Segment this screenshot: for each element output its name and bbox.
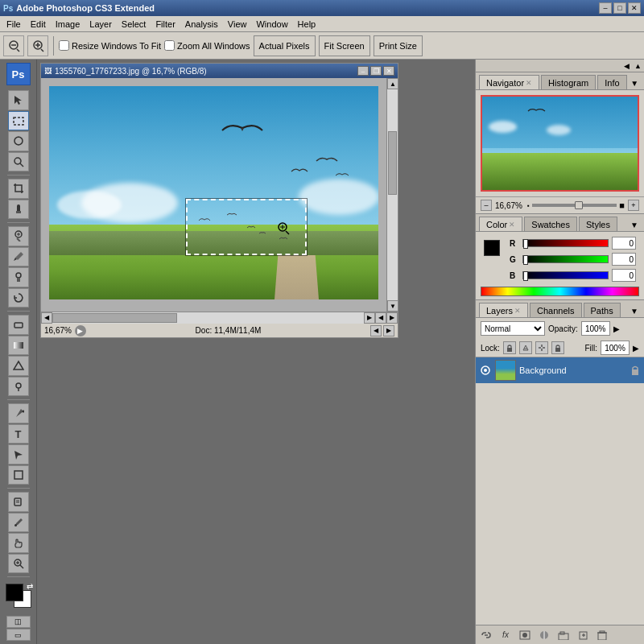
tab-histogram[interactable]: Histogram: [541, 75, 596, 89]
layer-fx-button[interactable]: fx: [498, 629, 513, 642]
brush-tool-button[interactable]: [8, 247, 29, 267]
lock-all-button[interactable]: [551, 341, 564, 354]
g-slider-thumb[interactable]: [523, 255, 528, 265]
close-button[interactable]: ✕: [628, 2, 641, 14]
menu-help[interactable]: Help: [293, 17, 321, 31]
doc-minimize-button[interactable]: –: [357, 66, 369, 76]
panel-collapse-button[interactable]: ◀: [621, 62, 632, 70]
tab-color[interactable]: Color ✕: [479, 217, 522, 231]
zoom-out-button[interactable]: [3, 35, 24, 56]
layer-visibility-button[interactable]: [479, 364, 492, 377]
fill-arrow[interactable]: ▶: [633, 344, 639, 353]
menu-file[interactable]: File: [2, 17, 26, 31]
zoom-out-nav-button[interactable]: –: [481, 200, 492, 211]
marquee-tool-button[interactable]: [8, 111, 29, 131]
foreground-color-box[interactable]: [6, 584, 23, 601]
menu-view[interactable]: View: [223, 17, 252, 31]
scroll-left-button[interactable]: ◀: [41, 312, 52, 324]
prev-doc-button[interactable]: ◀: [375, 312, 386, 324]
path-selection-button[interactable]: [8, 444, 29, 464]
menu-edit[interactable]: Edit: [26, 17, 51, 31]
status-icon[interactable]: ▶: [75, 325, 86, 336]
menu-select[interactable]: Select: [117, 17, 151, 31]
gradient-button[interactable]: [8, 336, 29, 356]
pen-tool-button[interactable]: [8, 403, 29, 423]
layers-close-tab[interactable]: ✕: [514, 307, 521, 315]
tab-info[interactable]: Info: [597, 75, 626, 89]
eraser-button[interactable]: [8, 315, 29, 335]
zoom-in-nav-button[interactable]: +: [628, 200, 639, 211]
move-tool-button[interactable]: [8, 90, 29, 110]
layer-item-background[interactable]: Background: [476, 357, 644, 383]
next-doc-button[interactable]: ▶: [386, 312, 398, 324]
layer-adjustment-button[interactable]: [537, 629, 551, 642]
ps-logo-button[interactable]: Ps: [6, 63, 31, 85]
r-slider-thumb[interactable]: [523, 239, 528, 249]
maximize-button[interactable]: □: [613, 2, 626, 14]
crop-tool-button[interactable]: [8, 179, 29, 199]
canvas-vertical-scrollbar[interactable]: ▲ ▼: [386, 78, 398, 312]
b-value[interactable]: 0: [612, 269, 636, 282]
r-value[interactable]: 0: [612, 237, 636, 250]
shape-tool-button[interactable]: [8, 465, 29, 485]
quick-mask-button[interactable]: ◫: [6, 616, 31, 628]
notes-tool-button[interactable]: [8, 492, 29, 512]
tab-layers[interactable]: Layers ✕: [479, 303, 528, 317]
lock-position-button[interactable]: [535, 341, 548, 354]
canvas-horizontal-scrollbar[interactable]: ◀ ▶ ◀ ▶: [41, 312, 398, 323]
g-slider[interactable]: [522, 255, 609, 263]
opacity-value[interactable]: 100%: [581, 321, 610, 336]
scroll-thumb-v[interactable]: [388, 131, 397, 195]
new-layer-button[interactable]: [576, 629, 590, 642]
eyedropper-button[interactable]: [8, 200, 29, 220]
status-controls[interactable]: ◀ ▶: [370, 325, 394, 336]
b-slider[interactable]: [522, 271, 609, 279]
doc-close-button[interactable]: ✕: [383, 66, 394, 76]
history-brush-button[interactable]: [8, 288, 29, 308]
panel-scroll-up[interactable]: ▲: [632, 62, 644, 70]
dodge-button[interactable]: [8, 377, 29, 397]
opacity-arrow[interactable]: ▶: [613, 324, 620, 333]
menu-layer[interactable]: Layer: [85, 17, 117, 31]
tab-styles[interactable]: Styles: [579, 217, 617, 231]
scroll-right-button[interactable]: ▶: [364, 312, 375, 324]
zoom-slider[interactable]: [532, 204, 617, 207]
lasso-tool-button[interactable]: [8, 131, 29, 151]
foreground-swatch[interactable]: [484, 240, 500, 256]
blend-mode-select[interactable]: Normal: [481, 321, 545, 336]
r-slider[interactable]: [522, 239, 609, 247]
status-next[interactable]: ▶: [383, 325, 394, 336]
clone-stamp-button[interactable]: [8, 267, 29, 287]
minimize-button[interactable]: –: [599, 2, 612, 14]
tab-channels[interactable]: Channels: [530, 303, 581, 317]
color-spectrum-bar[interactable]: [481, 287, 639, 296]
status-prev[interactable]: ◀: [370, 325, 382, 336]
fill-value[interactable]: 100%: [601, 341, 630, 355]
eyedropper-tool-button[interactable]: [8, 513, 29, 533]
hand-tool-button[interactable]: [8, 533, 29, 553]
color-close-tab[interactable]: ✕: [509, 221, 515, 229]
blur-button[interactable]: [8, 356, 29, 376]
zoom-slider-thumb[interactable]: [575, 201, 583, 209]
title-bar-controls[interactable]: – □ ✕: [599, 2, 641, 14]
photo-canvas[interactable]: [49, 86, 378, 299]
scroll-thumb-h[interactable]: [52, 313, 177, 323]
zoom-all-checkbox[interactable]: Zoom All Windows: [164, 40, 250, 51]
menu-window[interactable]: Window: [251, 17, 292, 31]
scroll-down-button[interactable]: ▼: [387, 300, 398, 312]
navigator-panel-menu[interactable]: ▼: [629, 76, 641, 89]
actual-pixels-button[interactable]: Actual Pixels: [254, 35, 316, 56]
print-size-button[interactable]: Print Size: [374, 35, 423, 56]
scroll-up-button[interactable]: ▲: [387, 78, 398, 89]
layer-mask-button[interactable]: [518, 629, 532, 642]
quick-selection-button[interactable]: [8, 152, 29, 172]
menu-analysis[interactable]: Analysis: [180, 17, 223, 31]
new-group-button[interactable]: [556, 629, 571, 642]
doc-controls[interactable]: – ❐ ✕: [357, 66, 394, 76]
zoom-tool-button[interactable]: [8, 554, 29, 574]
healing-brush-button[interactable]: [8, 226, 29, 246]
lock-transparent-button[interactable]: [503, 341, 516, 354]
navigator-close-tab[interactable]: ✕: [526, 79, 532, 87]
b-slider-thumb[interactable]: [523, 271, 528, 281]
g-value[interactable]: 0: [612, 253, 636, 266]
